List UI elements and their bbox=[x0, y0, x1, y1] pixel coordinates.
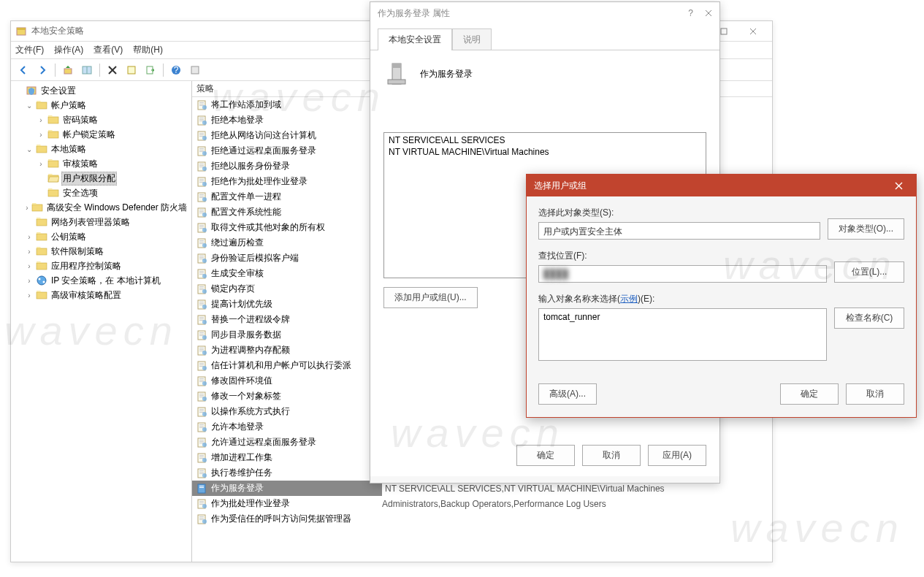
tree-item[interactable]: ›密码策略 bbox=[13, 112, 191, 127]
help-icon[interactable]: ? bbox=[688, 8, 693, 18]
expand-icon[interactable]: › bbox=[37, 160, 45, 168]
close-button[interactable] bbox=[738, 23, 768, 40]
folder-icon bbox=[26, 85, 37, 96]
tree-item[interactable]: ›IP 安全策略，在 本地计算机 bbox=[13, 273, 191, 288]
menu-file[interactable]: 文件(F) bbox=[15, 44, 44, 56]
cancel-button[interactable]: 取消 bbox=[582, 445, 641, 466]
svg-rect-99 bbox=[199, 257, 204, 258]
tree-item[interactable]: 用户权限分配 bbox=[13, 171, 191, 186]
policy-icon bbox=[196, 253, 208, 264]
expand-icon[interactable]: › bbox=[37, 116, 45, 124]
close-icon[interactable] bbox=[888, 177, 909, 194]
expand-icon[interactable]: ⌄ bbox=[25, 145, 34, 153]
expand-icon[interactable]: › bbox=[25, 204, 29, 212]
svg-point-141 bbox=[202, 381, 207, 386]
back-button[interactable] bbox=[15, 62, 31, 78]
properties-icon[interactable] bbox=[123, 62, 140, 78]
prop-titlebar[interactable]: 作为服务登录 属性 ? bbox=[370, 2, 719, 24]
expand-icon[interactable]: › bbox=[25, 248, 34, 256]
object-names-input[interactable] bbox=[538, 308, 827, 361]
tree-item[interactable]: ›应用程序控制策略 bbox=[13, 259, 191, 273]
tab-explain[interactable]: 说明 bbox=[452, 28, 492, 50]
help-icon[interactable]: ? bbox=[168, 62, 184, 78]
tree-item[interactable]: ›软件限制策略 bbox=[13, 244, 191, 259]
svg-point-56 bbox=[202, 121, 207, 125]
expand-icon[interactable]: › bbox=[25, 262, 34, 270]
policy-name: 拒绝从网络访问这台计算机 bbox=[211, 129, 379, 142]
ok-button[interactable]: 确定 bbox=[780, 383, 839, 405]
svg-rect-36 bbox=[37, 234, 47, 240]
locations-button[interactable]: 位置(L)... bbox=[834, 261, 904, 283]
member-item[interactable]: NT VIRTUAL MACHINE\Virtual Machines bbox=[386, 146, 704, 158]
tree-pane[interactable]: 安全设置⌄帐户策略›密码策略›帐户锁定策略⌄本地策略›审核策略用户权限分配安全选… bbox=[11, 81, 192, 562]
svg-rect-118 bbox=[199, 317, 204, 318]
menu-help[interactable]: 帮助(H) bbox=[133, 44, 163, 56]
tree-item[interactable]: 安全选项 bbox=[13, 186, 191, 200]
column-policy[interactable]: 策略 bbox=[192, 83, 382, 95]
tree-item[interactable]: ›帐户锁定策略 bbox=[13, 127, 191, 142]
sel-titlebar[interactable]: 选择用户或组 bbox=[527, 175, 916, 196]
policy-icon bbox=[196, 191, 208, 203]
policy-name: 执行卷维护任务 bbox=[211, 467, 379, 479]
tree-item[interactable]: 网络列表管理器策略 bbox=[13, 215, 191, 229]
object-types-button[interactable]: 对象类型(O)... bbox=[828, 218, 904, 240]
apply-button[interactable]: 应用(A) bbox=[648, 445, 706, 466]
svg-rect-68 bbox=[199, 164, 204, 164]
expand-icon[interactable]: › bbox=[25, 233, 34, 241]
svg-rect-34 bbox=[37, 219, 47, 226]
tree-item[interactable]: ⌄帐户策略 bbox=[13, 98, 191, 112]
folder-icon bbox=[31, 202, 43, 213]
check-names-button[interactable]: 检查名称(C) bbox=[834, 307, 904, 329]
tab-local-security[interactable]: 本地安全设置 bbox=[378, 28, 452, 50]
advanced-button[interactable]: 高级(A)... bbox=[538, 383, 597, 405]
add-user-group-button[interactable]: 添加用户或组(U)... bbox=[383, 287, 478, 308]
policy-icon bbox=[196, 421, 208, 433]
policy-icon bbox=[196, 207, 208, 218]
tree-item[interactable]: 安全设置 bbox=[13, 83, 191, 98]
expand-icon[interactable]: › bbox=[25, 277, 34, 285]
svg-marker-39 bbox=[37, 247, 42, 248]
delete-icon[interactable] bbox=[104, 62, 121, 78]
policy-icon bbox=[196, 222, 208, 234]
policy-row[interactable]: 作为批处理作业登录Administrators,Backup Operators… bbox=[192, 496, 772, 511]
view-icon[interactable] bbox=[79, 62, 95, 78]
svg-rect-89 bbox=[199, 226, 204, 227]
svg-rect-129 bbox=[199, 349, 204, 350]
tree-item[interactable]: ⌄本地策略 bbox=[13, 142, 191, 156]
policy-name: 拒绝作为批处理作业登录 bbox=[211, 175, 379, 188]
tree-item[interactable]: ›高级审核策略配置 bbox=[13, 288, 191, 302]
svg-rect-144 bbox=[199, 395, 204, 396]
svg-rect-138 bbox=[199, 378, 204, 379]
svg-rect-11 bbox=[128, 66, 135, 74]
expand-icon[interactable]: ⌄ bbox=[25, 102, 34, 110]
tree-item[interactable]: ›审核策略 bbox=[13, 156, 191, 171]
svg-rect-134 bbox=[199, 364, 204, 365]
export-icon[interactable] bbox=[142, 62, 159, 78]
close-icon[interactable] bbox=[705, 9, 712, 17]
policy-row[interactable]: 作为受信任的呼叫方访问凭据管理器 bbox=[192, 511, 772, 527]
svg-rect-143 bbox=[199, 394, 204, 394]
folder-icon bbox=[47, 129, 59, 140]
examples-link[interactable]: 示例 bbox=[620, 294, 638, 304]
cancel-button[interactable]: 取消 bbox=[846, 383, 904, 405]
refresh-icon[interactable] bbox=[187, 62, 203, 78]
tree-item[interactable]: ›高级安全 Windows Defender 防火墙 bbox=[13, 200, 191, 215]
up-icon[interactable] bbox=[60, 62, 76, 78]
ok-button[interactable]: 确定 bbox=[516, 445, 575, 466]
svg-rect-163 bbox=[199, 455, 204, 456]
policy-icon bbox=[196, 375, 208, 387]
expand-icon[interactable]: › bbox=[25, 291, 34, 299]
svg-marker-18 bbox=[37, 101, 42, 102]
policy-name: 信任计算机和用户帐户可以执行委派 bbox=[211, 359, 379, 372]
server-icon bbox=[383, 61, 410, 87]
policy-icon bbox=[196, 145, 208, 157]
tree-item[interactable]: ›公钥策略 bbox=[13, 229, 191, 244]
forward-button[interactable] bbox=[34, 62, 50, 78]
menu-view[interactable]: 查看(V) bbox=[93, 44, 123, 56]
tree-label: 用户权限分配 bbox=[61, 172, 117, 186]
member-item[interactable]: NT SERVICE\ALL SERVICES bbox=[386, 134, 704, 146]
svg-rect-32 bbox=[32, 205, 42, 211]
svg-rect-74 bbox=[199, 180, 204, 181]
expand-icon[interactable]: › bbox=[37, 131, 45, 139]
menu-action[interactable]: 操作(A) bbox=[54, 44, 83, 56]
